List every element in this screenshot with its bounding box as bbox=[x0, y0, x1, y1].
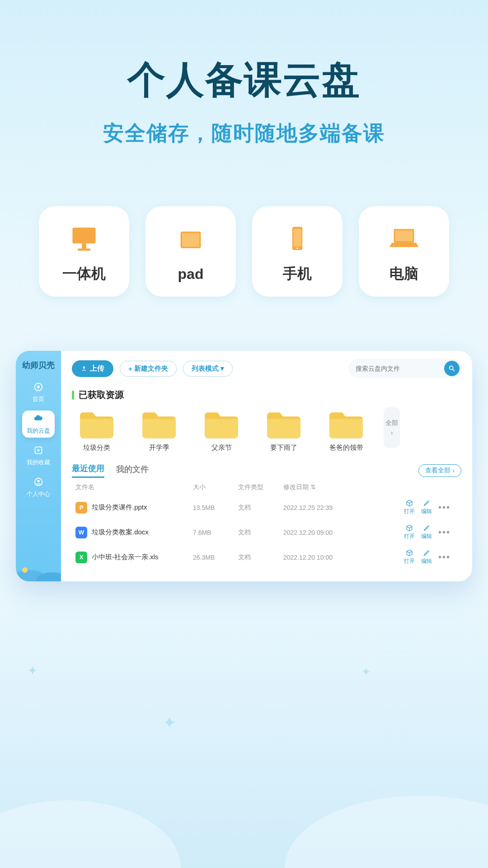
search-wrap bbox=[348, 359, 461, 378]
view-all-label: 查看全部 bbox=[425, 467, 450, 475]
device-row: 一体机 pad 手机 电脑 bbox=[0, 206, 488, 297]
laptop-icon bbox=[384, 219, 424, 259]
app-window: 幼师贝壳 首页 我的云盘 我的收藏 个人中心 上传 + 新建文件夹 bbox=[16, 351, 472, 581]
all-folders-button[interactable]: 全部 › bbox=[384, 407, 400, 448]
file-name: 小中班-社会亲一亲.xls bbox=[92, 553, 159, 561]
list-mode-button[interactable]: 列表模式 ▾ bbox=[183, 361, 233, 377]
table-row[interactable]: W 垃圾分类教案.docx 7.6MB 文档 2022.12.20 09:00 … bbox=[72, 520, 461, 545]
device-card-tablet: pad bbox=[145, 206, 236, 297]
edit-icon bbox=[423, 524, 430, 532]
file-date: 2022.12.20 09:00 bbox=[283, 529, 360, 536]
folder-item[interactable]: 垃圾分类 bbox=[72, 407, 122, 452]
brand-logo: 幼师贝壳 bbox=[22, 360, 55, 371]
folder-icon bbox=[264, 407, 304, 440]
col-type: 文件类型 bbox=[238, 483, 283, 491]
file-date: 2022.12.25 22:39 bbox=[283, 504, 360, 511]
table-row[interactable]: X 小中班-社会亲一亲.xls 26.3MB 文档 2022.12.20 10:… bbox=[72, 545, 461, 570]
new-folder-label: 新建文件夹 bbox=[134, 364, 168, 373]
hero-subtitle: 安全储存，随时随地多端备课 bbox=[0, 119, 488, 147]
tab-my-files[interactable]: 我的文件 bbox=[116, 464, 149, 477]
chevron-right-icon: › bbox=[452, 467, 455, 474]
new-folder-button[interactable]: + 新建文件夹 bbox=[120, 361, 177, 377]
folder-item[interactable]: 要下雨了 bbox=[259, 407, 309, 452]
sidebar-item-favorites[interactable]: 我的收藏 bbox=[22, 442, 55, 469]
svg-rect-9 bbox=[395, 231, 413, 241]
folder-name: 爸爸的领带 bbox=[329, 443, 363, 452]
hero-title: 个人备课云盘 bbox=[0, 54, 488, 106]
file-name-cell: P 垃圾分类课件.pptx bbox=[75, 502, 193, 514]
col-name: 文件名 bbox=[75, 483, 193, 491]
main-panel: 上传 + 新建文件夹 列表模式 ▾ 已获取资源 垃圾分类 bbox=[61, 351, 472, 581]
more-button[interactable]: ••• bbox=[438, 552, 450, 562]
folder-item[interactable]: 开学季 bbox=[134, 407, 184, 452]
all-label: 全部 bbox=[385, 419, 398, 427]
box-icon bbox=[406, 500, 413, 507]
open-button[interactable]: 打开 bbox=[404, 524, 415, 540]
svg-point-11 bbox=[37, 386, 40, 388]
file-type-badge: X bbox=[75, 552, 87, 563]
more-button[interactable]: ••• bbox=[438, 502, 450, 513]
folder-name: 垃圾分类 bbox=[83, 443, 110, 452]
table-row[interactable]: P 垃圾分类课件.pptx 13.5MB 文档 2022.12.25 22:39… bbox=[72, 495, 461, 520]
open-button[interactable]: 打开 bbox=[404, 500, 415, 515]
view-all-button[interactable]: 查看全部 › bbox=[418, 464, 461, 477]
more-button[interactable]: ••• bbox=[438, 527, 450, 538]
folder-icon bbox=[139, 407, 179, 440]
device-card-phone: 手机 bbox=[252, 206, 343, 297]
sidebar-item-home[interactable]: 首页 bbox=[22, 379, 55, 406]
open-button[interactable]: 打开 bbox=[404, 549, 415, 565]
edit-button[interactable]: 编辑 bbox=[421, 524, 432, 540]
svg-rect-4 bbox=[182, 233, 199, 246]
tabs-row: 最近使用 我的文件 查看全部 › bbox=[72, 463, 461, 478]
search-button[interactable] bbox=[444, 361, 460, 376]
table-header: 文件名 大小 文件类型 修改日期 ⇅ bbox=[72, 478, 461, 495]
chevron-down-icon: ▾ bbox=[221, 364, 224, 373]
sort-icon: ⇅ bbox=[310, 483, 316, 491]
file-date: 2022.12.20 10:00 bbox=[283, 554, 360, 561]
file-type: 文档 bbox=[238, 553, 283, 561]
file-type-badge: P bbox=[75, 502, 87, 514]
folder-item[interactable]: 爸爸的领带 bbox=[321, 407, 371, 452]
sidebar: 幼师贝壳 首页 我的云盘 我的收藏 个人中心 bbox=[16, 351, 61, 581]
file-size: 7.6MB bbox=[193, 529, 238, 536]
upload-icon bbox=[81, 365, 87, 372]
file-type: 文档 bbox=[238, 528, 283, 537]
user-icon bbox=[33, 477, 43, 488]
sidebar-item-profile[interactable]: 个人中心 bbox=[22, 474, 55, 501]
device-card-laptop: 电脑 bbox=[359, 206, 449, 297]
box-icon bbox=[406, 549, 413, 557]
file-rows: P 垃圾分类课件.pptx 13.5MB 文档 2022.12.25 22:39… bbox=[72, 495, 461, 570]
sidebar-item-cloud[interactable]: 我的云盘 bbox=[22, 410, 55, 438]
file-name: 垃圾分类教案.docx bbox=[92, 528, 149, 537]
svg-line-19 bbox=[453, 369, 454, 371]
edit-button[interactable]: 编辑 bbox=[421, 500, 432, 515]
device-label: pad bbox=[178, 266, 204, 283]
home-icon bbox=[33, 382, 43, 393]
search-icon bbox=[448, 365, 455, 372]
tab-recent[interactable]: 最近使用 bbox=[72, 463, 104, 478]
file-type-badge: W bbox=[75, 527, 87, 538]
device-label: 一体机 bbox=[62, 264, 106, 284]
sidebar-item-label: 我的收藏 bbox=[27, 458, 50, 467]
desktop-icon bbox=[64, 219, 104, 259]
upload-label: 上传 bbox=[90, 364, 104, 373]
svg-rect-2 bbox=[78, 249, 91, 251]
edit-button[interactable]: 编辑 bbox=[421, 549, 432, 565]
svg-rect-1 bbox=[82, 244, 86, 249]
folder-name: 要下雨了 bbox=[270, 443, 297, 452]
sidebar-item-label: 首页 bbox=[33, 395, 44, 403]
search-input[interactable] bbox=[356, 365, 444, 372]
col-date[interactable]: 修改日期 ⇅ bbox=[283, 483, 360, 491]
upload-button[interactable]: 上传 bbox=[72, 360, 113, 377]
phone-icon bbox=[277, 219, 318, 259]
cloud-icon bbox=[33, 414, 43, 425]
sidebar-item-label: 个人中心 bbox=[27, 490, 50, 498]
file-name-cell: W 垃圾分类教案.docx bbox=[75, 527, 193, 538]
svg-rect-6 bbox=[293, 229, 301, 246]
sidebar-decoration bbox=[16, 554, 61, 581]
file-name-cell: X 小中班-社会亲一亲.xls bbox=[75, 552, 193, 563]
folder-item[interactable]: 父亲节 bbox=[197, 407, 246, 452]
device-card-desktop: 一体机 bbox=[39, 206, 129, 297]
folder-name: 父亲节 bbox=[211, 443, 232, 452]
device-label: 电脑 bbox=[389, 264, 418, 284]
